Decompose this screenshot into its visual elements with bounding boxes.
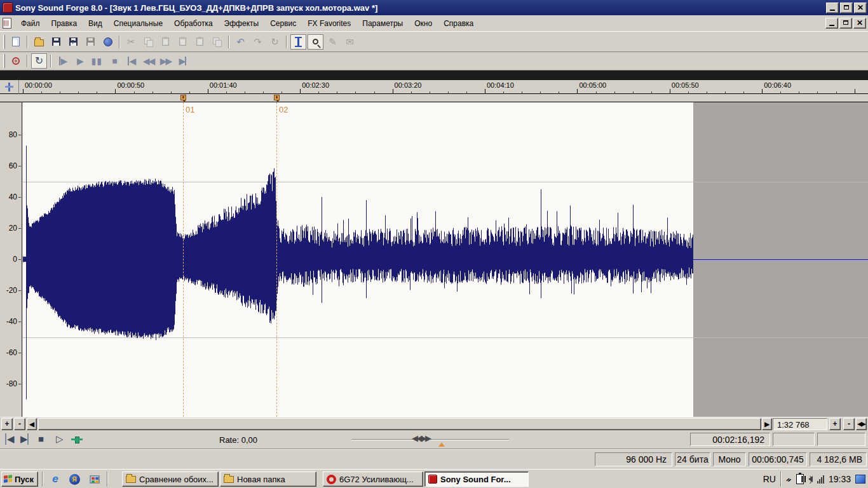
child-close-button[interactable]: ✕ [853, 18, 866, 29]
tray-expand-icon[interactable]: ᨀ [786, 475, 792, 484]
cut-button: ✂ [123, 34, 139, 50]
play-button[interactable]: ▶ [72, 53, 88, 69]
rewind-button[interactable]: ◀◀ [140, 53, 156, 69]
save-button[interactable] [48, 34, 64, 50]
undo-button[interactable]: ↶ [233, 34, 248, 50]
zoom-ratio-in-button[interactable]: + [829, 418, 841, 430]
sample-rate-panel: 96 000 Hz [595, 452, 672, 466]
playbar-go-to-start-button[interactable]: ◀ [5, 433, 13, 445]
language-indicator[interactable]: RU [763, 474, 776, 484]
menu-item-параметры[interactable]: Параметры [356, 17, 409, 30]
start-button[interactable]: Пуск [1, 471, 38, 487]
opera-icon [327, 475, 336, 484]
marker-line-02[interactable] [276, 102, 277, 417]
loop-icon: ↻ [35, 56, 43, 66]
waveform-view[interactable]: 0102 [23, 102, 868, 417]
ruler-time-label: 00:00:50 [117, 81, 144, 89]
scroll-left-arrow[interactable]: ◀ [27, 418, 37, 430]
toolbar-grip[interactable] [3, 35, 5, 49]
horizontal-scrollbar[interactable] [38, 418, 761, 430]
rate-slider-handle[interactable]: ◀◀▶▶ [412, 433, 430, 443]
edit-tool-button[interactable] [290, 34, 306, 50]
stop-button[interactable]: ■ [106, 53, 122, 69]
taskbar-button-sound-forge[interactable]: Sony Sound For... [424, 471, 529, 487]
level-label: -40 [6, 317, 17, 326]
time-ruler[interactable]: 00:00:0000:00:5000:01:4000:02:3000:03:20… [0, 80, 868, 94]
toolbar-grip[interactable] [3, 54, 5, 68]
yandex-icon[interactable]: Я [67, 473, 81, 485]
menu-item-сервис[interactable]: Сервис [264, 17, 302, 30]
open-file-button[interactable] [31, 34, 47, 50]
menu-item-вид[interactable]: Вид [83, 17, 108, 30]
magnify-tool-button[interactable] [308, 34, 323, 50]
level-label: 60 [9, 161, 17, 170]
playbar-stop-button[interactable]: ■ [38, 433, 43, 445]
menu-item-обработка[interactable]: Обработка [168, 17, 219, 30]
zoom-ratio-out-button[interactable]: - [843, 418, 855, 430]
menu-item-правка[interactable]: Правка [46, 17, 83, 30]
taskbar-button-folder[interactable]: Новая папка [220, 471, 316, 487]
taskbar-button-opera[interactable]: 6G72 Усиливающ... [323, 471, 423, 487]
ruler-tick [485, 89, 485, 94]
playbar-go-to-end-button[interactable]: ▶ [20, 433, 29, 445]
paste-button [158, 34, 173, 50]
zoom-in-time-button[interactable]: + [1, 418, 13, 430]
waveform-canvas[interactable] [23, 102, 693, 417]
publish-button[interactable] [100, 34, 116, 50]
pause-button[interactable]: ▮▮ [89, 53, 105, 69]
go-to-start-button[interactable]: ◀ [123, 53, 139, 69]
restore-button[interactable] [840, 3, 853, 13]
internet-explorer-icon[interactable]: e [48, 473, 62, 485]
ruler-time-label: 00:05:00 [579, 81, 606, 89]
scrollbar-thumb[interactable] [38, 418, 761, 430]
ruler-ticks: 00:00:0000:00:5000:01:4000:02:3000:03:20… [19, 80, 868, 94]
level-ruler[interactable]: 806040200-20-40-60-80 [0, 102, 22, 417]
minimize-button[interactable] [826, 3, 839, 13]
level-label: 80 [9, 130, 17, 139]
record-button[interactable] [8, 53, 24, 69]
scrub-control[interactable] [71, 437, 83, 442]
sound-forge-app-icon[interactable] [3, 3, 13, 13]
menu-item-эффекты[interactable]: Эффекты [219, 17, 265, 30]
level-tick [18, 228, 21, 229]
play-all-button[interactable]: ▶ [55, 53, 71, 69]
cut-icon: ✂ [127, 37, 135, 46]
close-button[interactable]: ✕ [854, 3, 867, 13]
tray-app-icon[interactable] [855, 475, 865, 484]
marker-flag-02[interactable] [274, 95, 280, 100]
signal-icon[interactable] [817, 475, 824, 484]
marker-line-01[interactable] [183, 102, 184, 417]
speaker-icon[interactable] [808, 476, 813, 482]
desktop-icon[interactable] [88, 473, 102, 485]
zoom-out-time-button[interactable]: - [14, 418, 25, 430]
child-restore-button[interactable] [839, 18, 852, 29]
menu-item-окно[interactable]: Окно [409, 17, 438, 30]
child-minimize-button[interactable] [825, 18, 838, 29]
new-file-button[interactable] [8, 34, 24, 50]
ruler-tick [762, 89, 763, 94]
level-label: 40 [9, 193, 17, 201]
ruler-tick [670, 89, 670, 94]
menu-item-fx-favorites[interactable]: FX Favorites [302, 17, 356, 30]
menu-item-справка[interactable]: Справка [438, 17, 479, 30]
zoom-fit-button[interactable]: ◀▶ [856, 418, 867, 430]
marker-bar[interactable] [0, 94, 868, 102]
menu-item-специальные[interactable]: Специальные [108, 17, 168, 30]
rate-slider[interactable] [351, 439, 509, 440]
edit-cursor-icon [8, 83, 10, 92]
save-as-button[interactable]: ? [65, 34, 81, 50]
scroll-right-arrow[interactable]: ▶ [762, 418, 772, 430]
playbar-play-button[interactable]: ▷ [56, 433, 62, 445]
taskbar-button-label: 6G72 Усиливающ... [339, 475, 414, 484]
loop-playback-button[interactable]: ↻ [31, 53, 47, 69]
marker-flag-01[interactable] [180, 95, 186, 100]
forward-button[interactable]: ▶▶ [158, 53, 173, 69]
repeat-button: ↻ [267, 34, 283, 50]
clock: 19:33 [829, 474, 851, 484]
menu-item-файл[interactable]: Файл [15, 17, 46, 30]
go-to-end-button[interactable]: ▶ [175, 53, 191, 69]
ruler-tick [23, 89, 24, 94]
level-tick [18, 197, 21, 198]
taskbar-button-folder[interactable]: Сравнение обоих... [122, 471, 219, 487]
document-icon[interactable] [3, 18, 11, 29]
